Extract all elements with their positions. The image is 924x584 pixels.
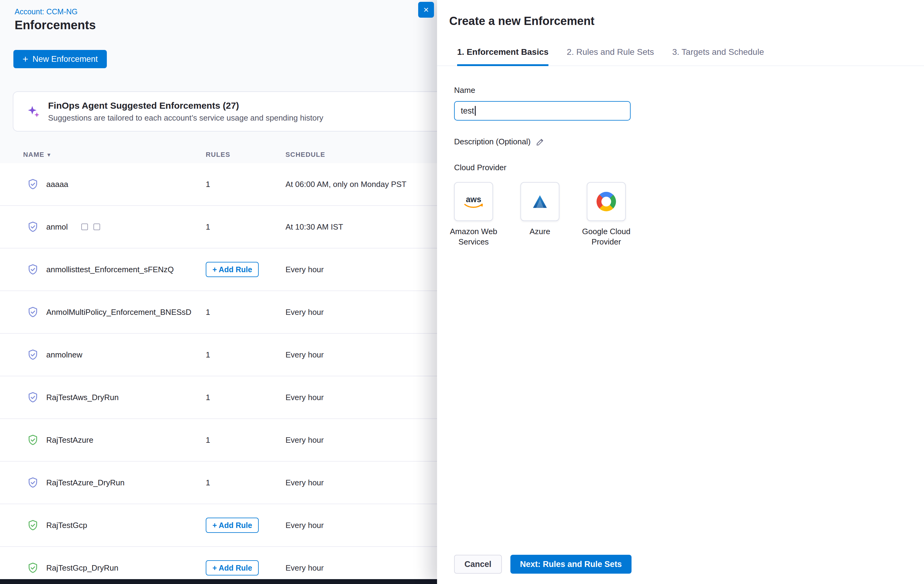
tab-rules-and-rule-sets[interactable]: 2. Rules and Rule Sets — [567, 47, 654, 66]
shield-check-icon — [27, 178, 39, 190]
wizard-tabs: 1. Enforcement Basics 2. Rules and Rule … — [437, 47, 924, 66]
cloud-provider-options: aws Amazon Web Services — [454, 182, 924, 249]
name-label: Name — [454, 86, 924, 95]
enforcement-name: RajTestAws_DryRun — [46, 393, 119, 402]
page-title: Enforcements — [15, 18, 96, 32]
enforcement-basics-form: Name test Description (Optional) Cloud P… — [437, 86, 924, 249]
rules-count: 1 — [206, 350, 210, 359]
account-breadcrumb[interactable]: Account: CCM-NG — [15, 7, 78, 16]
gcp-logo-icon — [597, 192, 616, 211]
add-rule-button[interactable]: + Add Rule — [206, 560, 259, 576]
badge-icon — [81, 223, 88, 230]
close-icon[interactable]: × — [418, 2, 434, 18]
rules-cell: + Add Rule — [201, 262, 280, 277]
name-input-value: test — [461, 106, 474, 116]
enforcement-name: anmol — [46, 222, 68, 232]
provider-gcp[interactable]: Google Cloud Provider — [587, 182, 626, 249]
rules-cell: 1 — [201, 180, 280, 189]
new-enforcement-label: New Enforcement — [33, 55, 98, 64]
page-bottom-bar — [0, 579, 437, 584]
rules-count: 1 — [206, 393, 210, 402]
badge-icon — [93, 223, 100, 230]
azure-logo-icon — [530, 192, 550, 211]
text-caret — [475, 106, 476, 116]
rules-cell: 1 — [201, 222, 280, 232]
rules-count: 1 — [206, 478, 210, 487]
drawer-title: Create a new Enforcement — [449, 15, 924, 28]
new-enforcement-button[interactable]: + New Enforcement — [13, 50, 107, 68]
shield-check-icon — [27, 519, 39, 531]
shield-check-icon — [27, 306, 39, 318]
cancel-button[interactable]: Cancel — [454, 555, 502, 574]
enforcement-name: RajTestAzure_DryRun — [46, 478, 124, 488]
tab-targets-and-schedule[interactable]: 3. Targets and Schedule — [672, 47, 764, 66]
rules-cell: 1 — [201, 478, 280, 488]
rules-count: 1 — [206, 308, 210, 317]
rules-count: 1 — [206, 180, 210, 189]
shield-check-icon — [27, 263, 39, 276]
rules-cell: + Add Rule — [201, 518, 280, 533]
cloud-provider-label: Cloud Provider — [454, 163, 924, 172]
provider-azure-label: Azure — [503, 227, 576, 237]
aws-logo-icon: aws — [461, 193, 486, 210]
provider-aws[interactable]: aws Amazon Web Services — [454, 182, 493, 249]
rules-cell: + Add Rule — [201, 560, 280, 576]
provider-azure[interactable]: Azure — [520, 182, 559, 249]
tab-enforcement-basics[interactable]: 1. Enforcement Basics — [457, 47, 548, 66]
enforcement-name: aaaaa — [46, 180, 68, 189]
rules-cell: 1 — [201, 350, 280, 360]
column-rules: RULES — [201, 151, 280, 159]
shield-check-icon — [27, 349, 39, 361]
enforcement-name: RajTestAzure — [46, 435, 93, 445]
shield-check-icon — [27, 391, 39, 404]
rules-cell: 1 — [201, 393, 280, 402]
enforcement-name: AnmolMultiPolicy_Enforcement_BNESsD — [46, 308, 191, 317]
next-button[interactable]: Next: Rules and Rule Sets — [510, 555, 632, 574]
enforcement-name: anmollisttest_Enforcement_sFENzQ — [46, 265, 174, 275]
column-name[interactable]: NAME — [23, 151, 45, 159]
provider-aws-label: Amazon Web Services — [437, 227, 510, 247]
svg-text:aws: aws — [466, 195, 482, 204]
rules-count: 1 — [206, 222, 210, 232]
name-input[interactable]: test — [454, 101, 630, 121]
rules-count: 1 — [206, 435, 210, 445]
rules-cell: 1 — [201, 308, 280, 317]
sparkle-icon — [27, 105, 40, 118]
shield-check-icon — [27, 562, 39, 574]
shield-check-icon — [27, 221, 39, 233]
edit-pencil-icon[interactable] — [536, 137, 544, 146]
add-rule-button[interactable]: + Add Rule — [206, 262, 259, 277]
sort-icon[interactable]: ▾ — [48, 151, 51, 158]
shield-check-icon — [27, 434, 39, 446]
enforcement-name: RajTestGcp — [46, 521, 87, 530]
shield-check-icon — [27, 476, 39, 489]
provider-gcp-label: Google Cloud Provider — [570, 227, 643, 247]
banner-subtitle: Suggestions are tailored to each account… — [48, 113, 323, 123]
rules-cell: 1 — [201, 435, 280, 445]
create-enforcement-drawer: × Create a new Enforcement 1. Enforcemen… — [437, 0, 924, 584]
description-label: Description (Optional) — [454, 137, 530, 146]
screen: Account: CCM-NG Enforcements + New Enfor… — [0, 0, 924, 584]
enforcement-name: RajTestGcp_DryRun — [46, 563, 119, 573]
row-badges — [81, 223, 100, 230]
plus-icon: + — [23, 54, 28, 64]
enforcement-name: anmolnew — [46, 350, 82, 360]
banner-title: FinOps Agent Suggested Enforcements (27) — [48, 101, 323, 111]
drawer-footer: Cancel Next: Rules and Rule Sets — [454, 555, 632, 574]
add-rule-button[interactable]: + Add Rule — [206, 518, 259, 533]
